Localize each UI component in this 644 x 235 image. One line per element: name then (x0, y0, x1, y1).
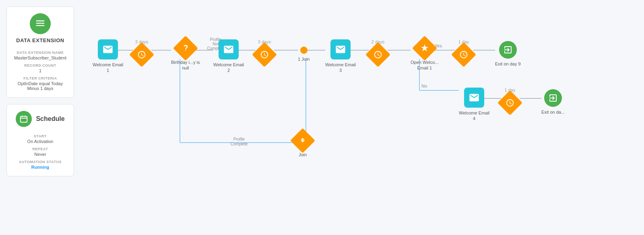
join-merge-label: Join (299, 152, 307, 157)
email3-label: Welcome Email3 (325, 62, 356, 74)
flow-canvas: Yes No Profile Not Complete Profile Comp… (80, 0, 644, 235)
start-label: START (34, 134, 47, 138)
svg-text:Profile: Profile (233, 137, 245, 141)
join-merge-node[interactable]: Join (294, 132, 312, 157)
repeat-value: Never (34, 152, 46, 157)
start-value: On Activation (27, 139, 54, 144)
wait4-node[interactable]: 1 day (455, 39, 473, 63)
schedule-card: Schedule START On Activation REPEAT Neve… (6, 104, 74, 176)
join-dot-label: 1 Join (298, 56, 310, 62)
decision1-label: Birthday i...y isnull (171, 59, 200, 71)
de-filter-value: OptInDate equal Today Minus 1 days (13, 81, 67, 91)
data-extension-icon (30, 13, 51, 34)
svg-rect-0 (36, 20, 45, 21)
decision2-node[interactable]: Open Welco...Email 1 (411, 39, 439, 71)
svg-text:No: No (421, 84, 427, 88)
wait5-node[interactable]: 1 day (501, 88, 519, 112)
data-extension-title: DATA EXTENSION (16, 37, 64, 43)
flow-container: Yes No Profile Not Complete Profile Comp… (89, 12, 644, 221)
calendar-icon (19, 114, 28, 123)
de-record-value: 1 (39, 68, 41, 73)
status-value: Running (31, 165, 50, 170)
wait3-node[interactable]: 2 days (369, 39, 387, 63)
email1-label: Welcome Email1 (93, 62, 123, 74)
email4-label: Welcome Email4 (459, 110, 489, 122)
exit2-node[interactable]: Exit on da... (541, 89, 565, 115)
email2-node[interactable]: Welcome Email2 (213, 39, 244, 74)
svg-text:Complete: Complete (231, 142, 248, 146)
wait2-node[interactable]: 3 days (256, 39, 273, 63)
exit1-node[interactable]: Exit on day 9 (495, 41, 521, 67)
status-label: AUTOMATION STATUS (19, 160, 62, 164)
wait1-node[interactable]: 3 days (133, 39, 151, 63)
repeat-label: REPEAT (33, 147, 48, 151)
email1-node[interactable]: Welcome Email1 (93, 39, 123, 74)
svg-rect-1 (36, 23, 45, 24)
email3-node[interactable]: Welcome Email3 (325, 39, 356, 74)
email2-label: Welcome Email2 (213, 62, 244, 74)
de-name-value: MasterSubscriber_Student (14, 55, 66, 60)
exit2-label: Exit on da... (541, 109, 565, 115)
list-icon (35, 18, 46, 29)
sidebar: DATA EXTENSION DATA EXTENSION NAME Maste… (0, 0, 80, 235)
schedule-title: Schedule (36, 115, 64, 123)
join-dot-node[interactable]: 1 Join (298, 47, 310, 62)
svg-rect-3 (21, 116, 27, 123)
de-record-label: RECORD COUNT (24, 63, 56, 67)
schedule-header: Schedule (16, 111, 64, 127)
decision2-label: Open Welco...Email 1 (411, 59, 439, 71)
data-extension-card: DATA EXTENSION DATA EXTENSION NAME Maste… (6, 6, 74, 98)
exit1-label: Exit on day 9 (495, 61, 521, 67)
decision1-node[interactable]: Birthday i...y isnull (171, 39, 200, 71)
svg-rect-2 (36, 25, 45, 26)
schedule-icon (16, 111, 32, 127)
de-name-label: DATA EXTENSION NAME (17, 51, 64, 55)
email4-node[interactable]: Welcome Email4 (459, 88, 489, 122)
de-filter-label: FILTER CRITERIA (23, 76, 57, 80)
